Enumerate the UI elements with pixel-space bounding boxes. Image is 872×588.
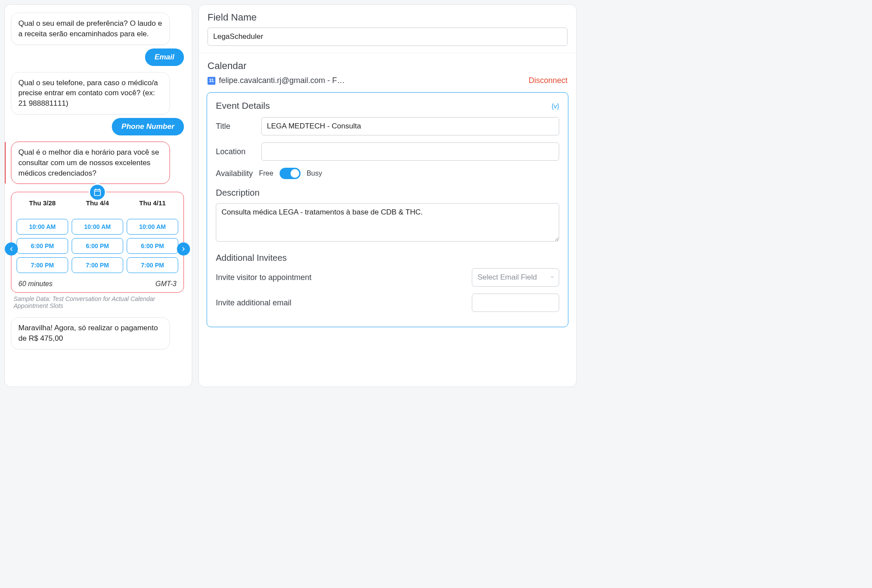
disconnect-button[interactable]: Disconnect [529, 76, 567, 85]
chat-preview-panel: Qual o seu email de preferência? O laudo… [4, 4, 192, 387]
calendar-section-label: Calendar [208, 60, 567, 72]
calendar-duration: 60 minutes [18, 280, 52, 288]
invite-additional-label: Invite additional email [216, 298, 467, 308]
availability-toggle[interactable] [280, 168, 301, 179]
description-label: Description [216, 188, 559, 198]
calendar-column: Thu 3/28 10:00 AM 6:00 PM 7:00 PM [17, 199, 68, 277]
availability-free-label: Free [259, 169, 273, 177]
time-slot-button[interactable]: 10:00 AM [127, 219, 178, 235]
calendar-column: Thu 4/11 10:00 AM 6:00 PM 7:00 PM [127, 199, 178, 277]
event-details-box: Event Details {v} Title Location Availab… [207, 92, 568, 327]
time-slot-button[interactable]: 10:00 AM [17, 219, 68, 235]
calendar-timezone: GMT-3 [156, 280, 176, 288]
event-description-input[interactable] [216, 203, 559, 242]
event-location-input[interactable] [261, 142, 559, 161]
time-slot-button[interactable]: 10:00 AM [72, 219, 123, 235]
time-slot-button[interactable]: 6:00 PM [72, 238, 123, 254]
calendar-column: Thu 4/4 10:00 AM 6:00 PM 7:00 PM [72, 199, 123, 277]
google-calendar-icon: 31 [208, 77, 215, 85]
availability-label: Availability [216, 169, 253, 178]
field-name-input[interactable] [208, 28, 567, 46]
calendar-section: Calendar 31 felipe.cavalcanti.rj@gmail.c… [199, 53, 576, 92]
field-name-section: Field Name [199, 5, 576, 53]
sample-data-note: Sample Data: Test Conversation for Actua… [14, 295, 184, 309]
time-slot-button[interactable]: 7:00 PM [17, 257, 68, 273]
calendar-prev-button[interactable] [5, 242, 18, 256]
bot-message-highlighted: Qual é o melhor dia e horário para você … [11, 142, 170, 184]
calendar-columns: Thu 3/28 10:00 AM 6:00 PM 7:00 PM Thu 4/… [17, 199, 178, 277]
user-response-pill-email[interactable]: Email [145, 48, 184, 66]
calendar-widget: Thu 3/28 10:00 AM 6:00 PM 7:00 PM Thu 4/… [11, 192, 184, 293]
calendar-day-header: Thu 4/11 [127, 199, 178, 207]
event-title-label: Title [216, 122, 255, 131]
bot-message: Qual o seu email de preferência? O laudo… [11, 13, 170, 45]
invite-additional-email-input[interactable] [472, 294, 559, 312]
calendar-account-text: felipe.cavalcanti.rj@gmail.com - Felipe … [219, 76, 346, 85]
invite-visitor-label: Invite visitor to appointment [216, 273, 467, 282]
event-location-label: Location [216, 147, 255, 156]
event-details-header: Event Details [216, 100, 270, 111]
insert-variable-button[interactable]: {v} [551, 102, 559, 110]
calendar-account: 31 felipe.cavalcanti.rj@gmail.com - Feli… [208, 76, 346, 85]
user-response-pill-phone[interactable]: Phone Number [112, 118, 184, 135]
time-slot-button[interactable]: 7:00 PM [72, 257, 123, 273]
chat-scroll[interactable]: Qual o seu email de preferência? O laudo… [5, 5, 192, 387]
calendar-next-button[interactable] [177, 242, 190, 256]
calendar-icon [89, 183, 106, 201]
time-slot-button[interactable]: 6:00 PM [17, 238, 68, 254]
invite-visitor-select[interactable] [472, 268, 559, 287]
time-slot-button[interactable]: 6:00 PM [127, 238, 178, 254]
calendar-day-header: Thu 3/28 [17, 199, 68, 207]
bot-message: Maravilha! Agora, só realizar o pagament… [11, 317, 170, 349]
availability-busy-label: Busy [307, 169, 322, 177]
field-name-label: Field Name [208, 12, 567, 23]
time-slot-button[interactable]: 7:00 PM [127, 257, 178, 273]
config-panel: Field Name Calendar 31 felipe.cavalcanti… [198, 4, 577, 387]
event-title-input[interactable] [261, 117, 559, 135]
calendar-footer: 60 minutes GMT-3 [17, 280, 178, 288]
bot-message: Qual o seu telefone, para caso o médico/… [11, 72, 170, 114]
additional-invitees-header: Additional Invitees [216, 253, 559, 263]
